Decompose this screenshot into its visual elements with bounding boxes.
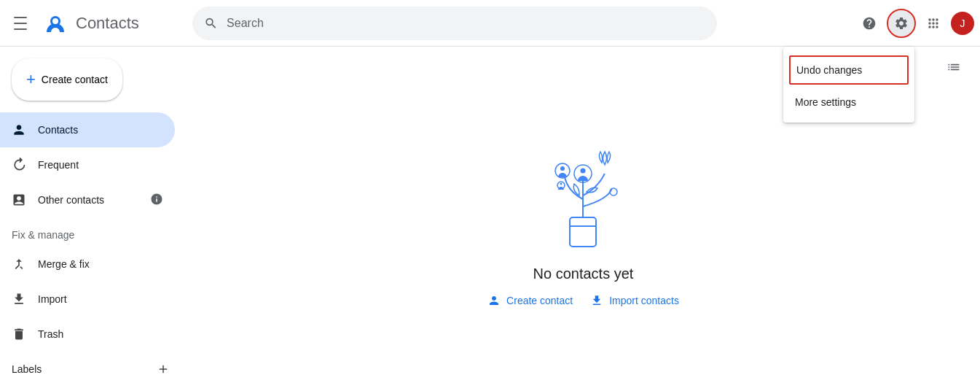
svg-rect-1 (14, 23, 27, 24)
header: Contacts J (0, 0, 980, 47)
contacts-logo-icon (44, 12, 67, 35)
empty-text: No contacts yet (533, 266, 634, 282)
svg-point-11 (581, 169, 586, 174)
plus-icon: + (26, 70, 36, 89)
settings-dropdown-menu: Undo changes More settings (783, 47, 914, 123)
undo-changes-label: Undo changes (796, 64, 862, 76)
import-contacts-link-label: Import contacts (609, 295, 679, 306)
apps-button[interactable] (919, 9, 948, 38)
svg-point-13 (560, 183, 562, 185)
sidebar-item-import[interactable]: Import (0, 282, 175, 317)
svg-point-9 (560, 166, 565, 171)
trash-nav-icon (12, 327, 26, 341)
svg-rect-0 (14, 17, 27, 18)
sidebar: + Create contact Contacts Frequent (0, 47, 187, 383)
empty-actions: Create contact Import contacts (487, 294, 679, 307)
trash-nav-label: Trash (38, 328, 163, 340)
other-contacts-info-icon[interactable] (150, 193, 163, 208)
app-title: Contacts (76, 14, 139, 33)
contacts-nav-icon (12, 123, 26, 137)
labels-section: Labels (0, 352, 187, 383)
list-icon (946, 60, 961, 74)
svg-point-4 (52, 18, 58, 24)
add-label-icon (157, 363, 170, 376)
create-contact-link-label: Create contact (506, 295, 573, 306)
search-bar[interactable] (192, 7, 717, 40)
menu-icon (14, 17, 27, 30)
import-nav-label: Import (38, 293, 163, 305)
empty-illustration (525, 123, 641, 254)
create-contact-link-icon (487, 294, 501, 307)
menu-button[interactable] (6, 9, 35, 38)
merge-nav-label: Merge & fix (38, 258, 163, 270)
sidebar-item-merge[interactable]: Merge & fix (0, 247, 175, 282)
help-button[interactable] (855, 9, 884, 38)
sidebar-item-other-contacts[interactable]: Other contacts (0, 182, 175, 217)
import-contacts-link[interactable]: Import contacts (590, 294, 679, 307)
import-contacts-link-icon (590, 294, 603, 307)
settings-icon (894, 16, 909, 31)
svg-rect-2 (14, 28, 27, 30)
merge-nav-icon (12, 257, 26, 271)
more-settings-label: More settings (795, 96, 856, 108)
empty-state: No contacts yet Create contact Import co… (487, 123, 679, 307)
add-label-button[interactable] (152, 357, 175, 381)
header-left: Contacts (6, 9, 181, 38)
labels-title: Labels (12, 363, 42, 375)
avatar[interactable]: J (951, 12, 974, 35)
frequent-nav-label: Frequent (38, 159, 163, 171)
frequent-nav-icon (12, 158, 26, 172)
create-contact-button[interactable]: + Create contact (12, 58, 122, 101)
import-nav-icon (12, 292, 26, 306)
create-contact-label: Create contact (42, 74, 108, 85)
help-icon (862, 16, 877, 31)
fix-manage-title: Fix & manage (0, 217, 187, 247)
apps-icon (926, 16, 941, 31)
app-logo (41, 9, 70, 38)
list-view-button[interactable] (939, 53, 968, 82)
sidebar-item-trash[interactable]: Trash (0, 317, 175, 352)
other-contacts-nav-label: Other contacts (38, 194, 138, 206)
undo-changes-item[interactable]: Undo changes (789, 55, 909, 85)
more-settings-item[interactable]: More settings (783, 88, 914, 117)
sidebar-item-contacts[interactable]: Contacts (0, 112, 175, 147)
contacts-nav-label: Contacts (38, 124, 163, 136)
other-contacts-nav-icon (12, 193, 26, 207)
main-toolbar (939, 53, 968, 82)
svg-rect-5 (570, 217, 596, 247)
create-contact-link[interactable]: Create contact (487, 294, 573, 307)
search-input[interactable] (227, 17, 705, 30)
header-right: J (855, 9, 974, 38)
search-icon (204, 16, 218, 31)
settings-button[interactable] (887, 9, 916, 38)
sidebar-item-frequent[interactable]: Frequent (0, 147, 175, 182)
